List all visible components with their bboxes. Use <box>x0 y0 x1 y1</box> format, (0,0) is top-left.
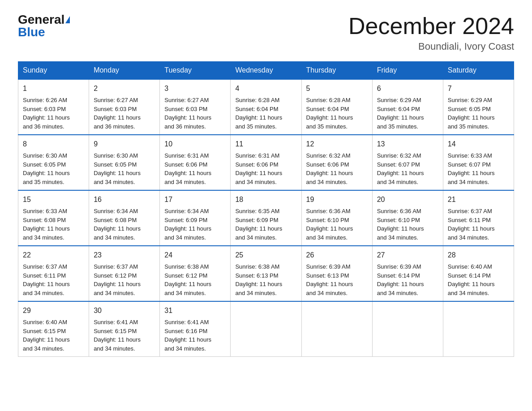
daylight-line: Daylight: 11 hours <box>306 281 353 287</box>
day-number: 21 <box>448 194 509 205</box>
sunset-line: Sunset: 6:16 PM <box>164 328 207 334</box>
daylight-cont: and 34 minutes. <box>164 290 206 296</box>
page-header: General Blue December 2024 Boundiali, Iv… <box>18 13 514 52</box>
daylight-cont: and 34 minutes. <box>164 179 206 185</box>
sunrise-line: Sunrise: 6:28 AM <box>235 97 279 103</box>
daylight-cont: and 36 minutes. <box>164 123 206 130</box>
daylight-line: Daylight: 11 hours <box>306 170 353 176</box>
sunrise-line: Sunrise: 6:37 AM <box>448 208 492 214</box>
calendar-day-cell: 28 Sunrise: 6:40 AM Sunset: 6:14 PM Dayl… <box>443 246 514 301</box>
calendar-day-cell <box>301 301 372 357</box>
daylight-line: Daylight: 11 hours <box>94 170 141 176</box>
sunrise-line: Sunrise: 6:30 AM <box>23 152 67 159</box>
calendar-day-cell: 7 Sunrise: 6:29 AM Sunset: 6:05 PM Dayli… <box>443 79 514 135</box>
daylight-cont: and 34 minutes. <box>23 234 64 241</box>
daylight-cont: and 34 minutes. <box>164 234 206 241</box>
sunrise-line: Sunrise: 6:27 AM <box>94 97 138 103</box>
day-number: 15 <box>23 194 84 205</box>
daylight-cont: and 35 minutes. <box>235 123 277 130</box>
daylight-line: Daylight: 11 hours <box>94 336 141 343</box>
sunrise-line: Sunrise: 6:38 AM <box>164 263 209 270</box>
month-title: December 2024 <box>348 13 514 39</box>
daylight-line: Daylight: 11 hours <box>448 225 495 232</box>
day-of-week-header: Friday <box>372 62 443 80</box>
calendar-day-cell: 17 Sunrise: 6:34 AM Sunset: 6:09 PM Dayl… <box>160 190 231 246</box>
sunset-line: Sunset: 6:06 PM <box>306 161 349 168</box>
sunrise-line: Sunrise: 6:36 AM <box>377 208 421 214</box>
location-subtitle: Boundiali, Ivory Coast <box>348 41 514 52</box>
sunset-line: Sunset: 6:11 PM <box>23 272 66 279</box>
calendar-week-row: 8 Sunrise: 6:30 AM Sunset: 6:05 PM Dayli… <box>18 135 514 190</box>
day-number: 24 <box>164 250 226 261</box>
daylight-line: Daylight: 11 hours <box>164 336 211 343</box>
calendar-day-cell: 16 Sunrise: 6:34 AM Sunset: 6:08 PM Dayl… <box>89 190 160 246</box>
sunset-line: Sunset: 6:06 PM <box>235 161 278 168</box>
day-number: 14 <box>448 139 509 150</box>
day-number: 10 <box>164 139 226 150</box>
calendar-day-cell: 20 Sunrise: 6:36 AM Sunset: 6:10 PM Dayl… <box>372 190 443 246</box>
calendar-day-cell: 23 Sunrise: 6:37 AM Sunset: 6:12 PM Dayl… <box>89 246 160 301</box>
sunrise-line: Sunrise: 6:35 AM <box>235 208 279 214</box>
sunset-line: Sunset: 6:03 PM <box>164 106 207 112</box>
day-of-week-header: Saturday <box>443 62 514 80</box>
daylight-line: Daylight: 11 hours <box>377 170 424 176</box>
sunrise-line: Sunrise: 6:36 AM <box>306 208 351 214</box>
calendar-header: SundayMondayTuesdayWednesdayThursdayFrid… <box>18 62 514 80</box>
daylight-line: Daylight: 11 hours <box>164 170 211 176</box>
daylight-line: Daylight: 11 hours <box>94 281 141 287</box>
sunset-line: Sunset: 6:12 PM <box>164 272 207 279</box>
daylight-cont: and 35 minutes. <box>377 123 419 130</box>
daylight-line: Daylight: 11 hours <box>377 225 424 232</box>
sunrise-line: Sunrise: 6:40 AM <box>448 263 492 270</box>
day-of-week-header: Thursday <box>301 62 372 80</box>
sunset-line: Sunset: 6:05 PM <box>94 161 137 168</box>
sunrise-line: Sunrise: 6:30 AM <box>94 152 138 159</box>
daylight-line: Daylight: 11 hours <box>23 336 70 343</box>
sunset-line: Sunset: 6:11 PM <box>448 217 491 223</box>
day-number: 6 <box>377 83 438 94</box>
sunrise-line: Sunrise: 6:38 AM <box>235 263 279 270</box>
sunrise-line: Sunrise: 6:39 AM <box>377 263 421 270</box>
calendar-day-cell: 4 Sunrise: 6:28 AM Sunset: 6:04 PM Dayli… <box>231 79 301 135</box>
daylight-line: Daylight: 11 hours <box>164 225 211 232</box>
daylight-line: Daylight: 11 hours <box>448 114 495 121</box>
daylight-cont: and 34 minutes. <box>377 290 419 296</box>
sunset-line: Sunset: 6:09 PM <box>164 217 207 223</box>
daylight-line: Daylight: 11 hours <box>235 170 282 176</box>
calendar-day-cell <box>231 301 301 357</box>
daylight-cont: and 35 minutes. <box>306 123 348 130</box>
day-number: 19 <box>306 194 368 205</box>
day-number: 7 <box>448 83 509 94</box>
day-number: 5 <box>306 83 368 94</box>
daylight-line: Daylight: 11 hours <box>235 225 282 232</box>
calendar-day-cell: 13 Sunrise: 6:32 AM Sunset: 6:07 PM Dayl… <box>372 135 443 190</box>
day-number: 3 <box>164 83 226 94</box>
day-number: 27 <box>377 250 438 261</box>
sunrise-line: Sunrise: 6:32 AM <box>306 152 351 159</box>
daylight-cont: and 34 minutes. <box>235 234 277 241</box>
daylight-line: Daylight: 11 hours <box>94 114 141 121</box>
daylight-cont: and 34 minutes. <box>377 179 419 185</box>
day-number: 25 <box>235 250 296 261</box>
daylight-cont: and 34 minutes. <box>94 234 135 241</box>
sunrise-line: Sunrise: 6:37 AM <box>94 263 138 270</box>
calendar-day-cell: 31 Sunrise: 6:41 AM Sunset: 6:16 PM Dayl… <box>160 301 231 357</box>
sunset-line: Sunset: 6:12 PM <box>94 272 137 279</box>
calendar-day-cell: 6 Sunrise: 6:29 AM Sunset: 6:04 PM Dayli… <box>372 79 443 135</box>
day-number: 28 <box>448 250 509 261</box>
sunrise-line: Sunrise: 6:40 AM <box>23 319 67 325</box>
sunrise-line: Sunrise: 6:26 AM <box>23 97 67 103</box>
calendar-day-cell: 30 Sunrise: 6:41 AM Sunset: 6:15 PM Dayl… <box>89 301 160 357</box>
daylight-line: Daylight: 11 hours <box>377 114 424 121</box>
daylight-line: Daylight: 11 hours <box>306 225 353 232</box>
calendar-day-cell: 19 Sunrise: 6:36 AM Sunset: 6:10 PM Dayl… <box>301 190 372 246</box>
calendar-day-cell: 22 Sunrise: 6:37 AM Sunset: 6:11 PM Dayl… <box>18 246 89 301</box>
day-number: 16 <box>94 194 155 205</box>
day-of-week-header: Monday <box>89 62 160 80</box>
daylight-line: Daylight: 11 hours <box>23 225 70 232</box>
day-number: 1 <box>23 83 84 94</box>
calendar-day-cell: 2 Sunrise: 6:27 AM Sunset: 6:03 PM Dayli… <box>89 79 160 135</box>
calendar-week-row: 1 Sunrise: 6:26 AM Sunset: 6:03 PM Dayli… <box>18 79 514 135</box>
daylight-line: Daylight: 11 hours <box>306 114 353 121</box>
day-number: 23 <box>94 250 155 261</box>
